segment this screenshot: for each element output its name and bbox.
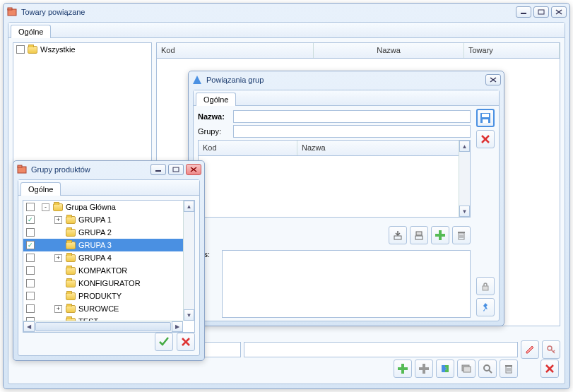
- checkbox[interactable]: [26, 215, 35, 224]
- bottom-toolbar: [13, 358, 560, 379]
- delete-button[interactable]: [476, 130, 495, 148]
- collapse-icon[interactable]: -: [42, 203, 49, 211]
- svg-rect-29: [483, 119, 488, 123]
- folder-icon: [66, 229, 76, 237]
- tree-item[interactable]: KONFIGURATOR: [23, 277, 183, 290]
- tree-scroll-down-icon[interactable]: ▼: [184, 309, 194, 321]
- checkbox[interactable]: [26, 279, 35, 287]
- tree-scroll-up-icon[interactable]: ▲: [184, 201, 194, 212]
- expand-icon[interactable]: +: [54, 216, 62, 224]
- checkbox[interactable]: [26, 304, 35, 313]
- checkbox[interactable]: [26, 266, 35, 275]
- tree-item-label: GRUPA 4: [78, 254, 112, 262]
- tree-root-label: Wszystkie: [40, 45, 76, 54]
- tree-item[interactable]: +GRUPA 1: [23, 213, 183, 226]
- dlg2-close-button[interactable]: [186, 164, 201, 175]
- tab-general[interactable]: Ogólne: [11, 25, 51, 38]
- svg-rect-28: [482, 114, 489, 117]
- lock-button[interactable]: [476, 277, 495, 295]
- hscroll-thumb[interactable]: [35, 322, 171, 331]
- export-button[interactable]: [410, 226, 428, 244]
- stack-button[interactable]: [457, 360, 475, 378]
- import-button[interactable]: [389, 226, 407, 244]
- tree-hscroll[interactable]: ◀ ▶: [23, 321, 183, 332]
- input-nazwa[interactable]: [233, 110, 471, 123]
- scroll-down-icon[interactable]: ▼: [459, 206, 470, 217]
- trash-row-button[interactable]: [452, 226, 471, 244]
- col-nazwa[interactable]: Nazwa: [314, 43, 464, 58]
- add-button[interactable]: [394, 360, 412, 378]
- col-kod[interactable]: Kod: [157, 43, 314, 58]
- dlg-tab-general[interactable]: Ogólne: [196, 93, 236, 106]
- puzzle-button[interactable]: [436, 360, 454, 378]
- add-copy-button[interactable]: [415, 360, 433, 378]
- tree-item[interactable]: -Grupa Główna: [23, 201, 183, 213]
- expand-icon[interactable]: +: [54, 305, 62, 313]
- tree-item[interactable]: GRUPA 3: [23, 239, 183, 251]
- tree-item[interactable]: PRODUKTY: [23, 290, 183, 302]
- subgrid-vscroll[interactable]: ▲ ▼: [459, 141, 470, 217]
- dlg-close-button[interactable]: [485, 74, 501, 85]
- root-checkbox[interactable]: [16, 45, 25, 54]
- dlg-title: Powiązania grup: [206, 76, 485, 84]
- svg-rect-3: [538, 10, 544, 14]
- tree-item[interactable]: GRUPA 2: [23, 226, 183, 239]
- app-icon-small: [16, 164, 28, 175]
- folder-icon: [53, 203, 63, 211]
- tree-item-label: KONFIGURATOR: [78, 279, 141, 287]
- svg-point-15: [484, 365, 490, 371]
- subcol-kod[interactable]: Kod: [199, 141, 297, 155]
- folder-icon: [66, 242, 76, 249]
- svg-line-8: [553, 350, 555, 352]
- edit-key-button[interactable]: [542, 340, 560, 359]
- trash-button[interactable]: [500, 360, 518, 378]
- edit-field-2[interactable]: [244, 342, 518, 357]
- svg-rect-32: [394, 236, 401, 239]
- checkbox[interactable]: [26, 292, 35, 300]
- svg-rect-21: [505, 365, 512, 367]
- close-dialog-button[interactable]: [540, 360, 559, 378]
- ok-button[interactable]: [155, 333, 173, 351]
- cancel-button[interactable]: [177, 333, 195, 351]
- dlg2-titlebar[interactable]: Grupy produktów: [13, 161, 204, 178]
- tree-scroll-right-icon[interactable]: ▶: [172, 321, 183, 332]
- tree-item[interactable]: TEST: [23, 315, 183, 321]
- expand-icon[interactable]: +: [54, 254, 62, 262]
- checkbox[interactable]: [26, 203, 35, 211]
- dlg2-minimize-button[interactable]: [150, 164, 166, 175]
- dlg-titlebar[interactable]: Powiązania grup: [189, 71, 504, 88]
- tree-scroll-left-icon[interactable]: ◀: [23, 321, 35, 332]
- tree-item[interactable]: KOMPAKTOR: [23, 264, 183, 277]
- tree-vscroll[interactable]: ▲ ▼: [183, 201, 194, 321]
- col-towary[interactable]: Towary: [464, 43, 560, 58]
- checkbox[interactable]: [26, 241, 35, 249]
- dlg2-tabbar: Ogólne: [18, 180, 199, 196]
- save-button[interactable]: [476, 109, 495, 127]
- svg-rect-42: [483, 286, 488, 290]
- subcol-nazwa[interactable]: Nazwa: [297, 141, 470, 155]
- search-button[interactable]: [478, 360, 497, 378]
- tree-body[interactable]: -Grupa Główna+GRUPA 1GRUPA 2GRUPA 3+GRUP…: [23, 201, 183, 321]
- tree-item[interactable]: +GRUPA 4: [23, 251, 183, 264]
- close-button[interactable]: [551, 6, 567, 18]
- pin-button[interactable]: [476, 298, 495, 316]
- svg-marker-24: [193, 76, 201, 84]
- dlg-form: Nazwa: Grupy:: [198, 110, 471, 138]
- main-titlebar: Towary powiązane: [4, 4, 569, 20]
- bottom-edit-row: [156, 339, 560, 360]
- tree-root-row[interactable]: Wszystkie: [13, 43, 151, 56]
- input-grupy[interactable]: [233, 125, 471, 138]
- scroll-up-icon[interactable]: ▲: [459, 141, 470, 152]
- maximize-button[interactable]: [533, 6, 549, 18]
- edit-pencil-button[interactable]: [521, 340, 539, 359]
- tree-item[interactable]: +SUROWCE: [23, 302, 183, 315]
- dlg2-tab-general[interactable]: Ogólne: [20, 182, 61, 196]
- dlg2-maximize-button[interactable]: [168, 164, 184, 175]
- minimize-button[interactable]: [516, 6, 531, 18]
- input-opis[interactable]: [222, 250, 471, 318]
- svg-line-16: [489, 370, 492, 373]
- add-row-button[interactable]: [431, 226, 449, 244]
- checkbox[interactable]: [26, 254, 35, 262]
- label-nazwa: Nazwa:: [198, 112, 233, 121]
- checkbox[interactable]: [26, 228, 35, 237]
